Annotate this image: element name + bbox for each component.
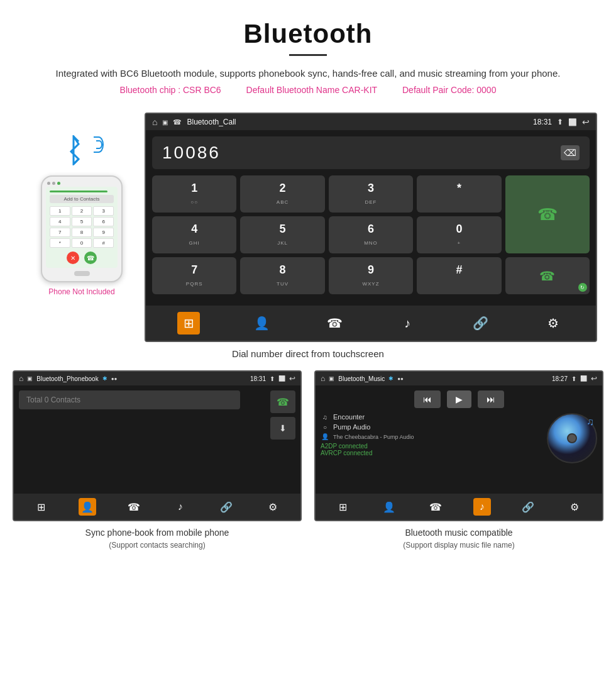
nav-music-icon[interactable]: ♪ <box>396 312 419 335</box>
pb-expand-icon[interactable]: ⬆ <box>270 375 275 382</box>
expand-icon[interactable]: ⬆ <box>557 118 563 126</box>
phone-bottom-row: ✕ ☎ <box>50 252 114 264</box>
music-info-area: ♫ Encounter ○ Pump Audio 👤 The Cheebacab… <box>321 413 597 463</box>
phone-key-3[interactable]: 3 <box>93 206 114 216</box>
phone-key-0[interactable]: 0 <box>72 238 92 248</box>
music-album-row: ○ Pump Audio <box>321 423 542 431</box>
window-icon[interactable]: ⬜ <box>568 118 577 126</box>
pb-nav-music[interactable]: ♪ <box>172 498 189 516</box>
phone-key-9[interactable]: 9 <box>93 228 114 237</box>
key-hash[interactable]: # <box>417 257 501 294</box>
phone-key-1[interactable]: 1 <box>50 206 70 216</box>
mu-bt-icon: ✱ <box>388 375 393 382</box>
mu-nav-call[interactable]: ☎ <box>427 498 444 516</box>
artist-name: The Cheebacabra - Pump Audio <box>333 434 414 440</box>
music-status-bar: ⌂ ▣ Bluetooth_Music ✱ ●● 18:27 ⬆ ⬜ ↩ <box>316 372 602 385</box>
mu-time: 18:27 <box>552 375 568 382</box>
mu-window-icon[interactable]: ⬜ <box>580 375 587 382</box>
nav-call-icon[interactable]: ☎ <box>323 312 346 335</box>
phone-status-bar <box>50 191 107 192</box>
mu-nav-contacts[interactable]: 👤 <box>380 498 398 516</box>
key-2[interactable]: 2ABC <box>240 175 324 213</box>
pb-nav-call[interactable]: ☎ <box>125 498 143 516</box>
pb-signal: ●● <box>111 376 118 382</box>
pb-back-icon[interactable]: ↩ <box>289 374 295 383</box>
mu-nav-keypad[interactable]: ⊞ <box>334 498 352 516</box>
next-track-button[interactable]: ⏭ <box>478 390 504 408</box>
pb-nav-contacts[interactable]: 👤 <box>79 498 96 516</box>
prev-track-button[interactable]: ⏮ <box>414 390 441 408</box>
phone-key-4[interactable]: 4 <box>50 217 70 226</box>
phone-key-hash[interactable]: # <box>93 238 114 248</box>
key-6[interactable]: 6MNO <box>329 216 413 253</box>
phonebook-call-button[interactable]: ☎ <box>270 390 295 413</box>
phone-key-7[interactable]: 7 <box>50 228 70 237</box>
status-screen-title: Bluetooth_Call <box>187 118 236 126</box>
pb-nav-link[interactable]: 🔗 <box>217 498 235 516</box>
phone-status-icon: ☎ <box>173 118 182 126</box>
phone-key-2[interactable]: 2 <box>72 206 92 216</box>
spec-name: Default Bluetooth Name CAR-KIT <box>246 85 378 95</box>
phone-key-6[interactable]: 6 <box>93 217 114 226</box>
call-green-button[interactable]: ☎ <box>505 175 590 253</box>
phone-key-star[interactable]: * <box>50 238 70 248</box>
mu-home-icon[interactable]: ⌂ <box>321 374 325 383</box>
back-icon[interactable]: ↩ <box>582 117 590 127</box>
mu-title: Bluetooth_Music <box>338 375 385 382</box>
phone-key-5[interactable]: 5 <box>72 217 92 226</box>
key-4[interactable]: 4GHI <box>152 216 236 253</box>
a2dp-text: A2DP connected <box>321 443 542 450</box>
key-9[interactable]: 9WXYZ <box>329 257 413 294</box>
play-pause-button[interactable]: ▶ <box>447 390 471 408</box>
phonebook-screen: ⌂ ▣ Bluetooth_Phonebook ✱ ●● 18:31 ⬆ ⬜ ↩… <box>13 370 302 521</box>
pb-home-icon[interactable]: ⌂ <box>19 374 23 383</box>
screen-icon1: ▣ <box>162 119 168 126</box>
mu-nav-link[interactable]: 🔗 <box>519 498 537 516</box>
phonebook-caption-sub: (Support contacts searching) <box>13 539 302 551</box>
page-description: Integrated with BC6 Bluetooth module, su… <box>38 66 578 81</box>
phone-key-8[interactable]: 8 <box>72 228 92 237</box>
phone-screen: Add to Contacts 1 2 3 4 5 6 7 8 9 * 0 # … <box>46 187 118 268</box>
phonebook-panel: ⌂ ▣ Bluetooth_Phonebook ✱ ●● 18:31 ⬆ ⬜ ↩… <box>13 370 302 551</box>
music-track-row: ♫ Encounter <box>321 413 542 421</box>
mu-expand-icon[interactable]: ⬆ <box>571 375 576 382</box>
page-header: Bluetooth Integrated with BC6 Bluetooth … <box>0 0 616 113</box>
phone-dialpad: 1 2 3 4 5 6 7 8 9 * 0 # <box>50 206 114 248</box>
backspace-button[interactable]: ⌫ <box>561 145 580 160</box>
key-5[interactable]: 5JKL <box>240 216 324 253</box>
phone-add-contact: Add to Contacts <box>50 195 114 203</box>
phone-call-btn[interactable]: ☎ <box>84 252 97 264</box>
nav-keypad-icon[interactable]: ⊞ <box>177 312 200 335</box>
home-icon[interactable]: ⌂ <box>152 117 157 127</box>
car-main-area: 10086 ⌫ 1○○ 2ABC 3DEF * ☎ 4GHI 5JKL 6MNO… <box>146 130 596 306</box>
phonebook-search-box[interactable]: Total 0 Contacts <box>19 390 240 409</box>
pb-window-icon[interactable]: ⬜ <box>278 375 285 382</box>
phone-dot-2 <box>52 182 55 185</box>
phonebook-bottom-nav: ⊞ 👤 ☎ ♪ 🔗 ⚙ <box>14 494 300 520</box>
note-icon: ♫ <box>321 414 329 421</box>
nav-link-icon[interactable]: 🔗 <box>469 312 492 335</box>
key-0[interactable]: 0+ <box>417 216 501 253</box>
nav-settings-icon[interactable]: ⚙ <box>542 312 564 335</box>
phone-home-button[interactable] <box>74 271 90 276</box>
phone-end-btn[interactable]: ✕ <box>67 252 79 264</box>
pb-nav-keypad[interactable]: ⊞ <box>33 498 50 516</box>
phone-dot-green <box>57 182 60 185</box>
music-panel: ⌂ ▣ Bluetooth_Music ✱ ●● 18:27 ⬆ ⬜ ↩ ⏮ ▶… <box>314 370 603 551</box>
nav-contacts-icon[interactable]: 👤 <box>250 312 273 335</box>
mu-nav-music[interactable]: ♪ <box>473 498 491 516</box>
key-1[interactable]: 1○○ <box>152 175 236 213</box>
key-8[interactable]: 8TUV <box>240 257 324 294</box>
key-star[interactable]: * <box>417 175 501 213</box>
redial-button[interactable]: ☎ ↻ <box>505 257 590 294</box>
key-3[interactable]: 3DEF <box>329 175 413 213</box>
phone-not-included-label: Phone Not Included <box>48 287 114 296</box>
phonebook-download-button[interactable]: ⬇ <box>270 417 295 440</box>
album-name: Pump Audio <box>333 423 370 431</box>
music-content: ⏮ ▶ ⏭ ♫ Encounter ○ Pump Audio <box>316 385 602 494</box>
mu-back-icon[interactable]: ↩ <box>591 374 597 383</box>
mu-nav-settings[interactable]: ⚙ <box>566 498 583 516</box>
key-7[interactable]: 7PQRS <box>152 257 236 294</box>
artist-icon: 👤 <box>321 433 329 440</box>
pb-nav-settings[interactable]: ⚙ <box>264 498 282 516</box>
